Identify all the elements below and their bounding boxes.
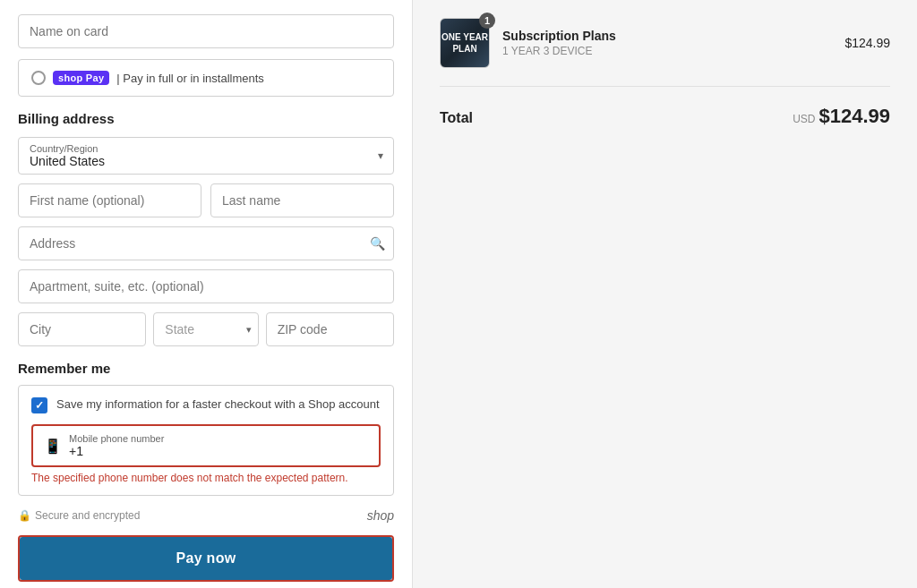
remember-title: Remember me bbox=[18, 361, 394, 376]
right-panel: ONE YEAR PLAN 1 Subscription Plans 1 YEA… bbox=[412, 0, 917, 588]
save-info-checkbox[interactable] bbox=[31, 397, 47, 413]
remember-box: Save my information for a faster checkou… bbox=[18, 385, 394, 496]
billing-address-title: Billing address bbox=[18, 111, 394, 126]
city-input[interactable] bbox=[18, 312, 146, 346]
apt-wrapper bbox=[18, 269, 394, 303]
address-input[interactable] bbox=[18, 226, 394, 260]
product-image-wrapper: ONE YEAR PLAN 1 bbox=[440, 18, 490, 68]
remember-text: Save my information for a faster checkou… bbox=[56, 396, 380, 413]
quantity-badge: 1 bbox=[479, 13, 495, 29]
phone-input-wrapper[interactable]: 📱 Mobile phone number +1 bbox=[31, 424, 381, 467]
shop-pay-text: | Pay in full or in installments bbox=[116, 72, 264, 85]
apt-input[interactable] bbox=[18, 269, 394, 303]
total-row: Total USD $124.99 bbox=[440, 105, 890, 128]
secure-text: 🔒 Secure and encrypted bbox=[18, 509, 140, 522]
remember-section: Remember me Save my information for a fa… bbox=[18, 361, 394, 496]
product-price: $124.99 bbox=[844, 36, 890, 50]
lock-icon: 🔒 bbox=[18, 509, 31, 522]
country-value: United States bbox=[30, 154, 382, 168]
total-currency: USD bbox=[793, 113, 815, 125]
last-name-input[interactable] bbox=[210, 183, 394, 217]
phone-value: +1 bbox=[69, 444, 83, 458]
state-select-wrapper[interactable]: State ▾ bbox=[153, 312, 258, 346]
name-on-card-input[interactable] bbox=[18, 14, 394, 48]
shop-pay-radio[interactable] bbox=[31, 71, 46, 85]
total-price-wrapper: USD $124.99 bbox=[793, 105, 890, 128]
state-select[interactable]: State bbox=[153, 312, 258, 346]
shop-brand-label: shop bbox=[367, 508, 394, 523]
order-item: ONE YEAR PLAN 1 Subscription Plans 1 YEA… bbox=[440, 18, 890, 87]
shop-pay-logo: shop Pay bbox=[53, 71, 109, 85]
secure-row: 🔒 Secure and encrypted shop bbox=[18, 508, 394, 523]
first-name-input[interactable] bbox=[18, 183, 201, 217]
product-info: Subscription Plans 1 YEAR 3 DEVICE bbox=[502, 29, 832, 57]
search-icon: 🔍 bbox=[370, 236, 385, 251]
phone-label: Mobile phone number bbox=[69, 433, 368, 444]
secure-label: Secure and encrypted bbox=[35, 509, 140, 522]
city-state-zip-row: State ▾ bbox=[18, 312, 394, 346]
phone-icon: 📱 bbox=[44, 438, 62, 455]
phone-inner: Mobile phone number +1 bbox=[69, 433, 368, 458]
name-row bbox=[18, 183, 394, 217]
shop-pay-row[interactable]: shop Pay | Pay in full or in installment… bbox=[18, 59, 394, 97]
pay-now-button[interactable]: Pay now bbox=[20, 537, 392, 580]
country-select[interactable]: Country/Region United States bbox=[18, 137, 394, 175]
zip-input[interactable] bbox=[266, 312, 394, 346]
remember-check-row: Save my information for a faster checkou… bbox=[31, 396, 381, 413]
total-label: Total bbox=[440, 110, 473, 126]
country-select-wrapper[interactable]: Country/Region United States ▾ bbox=[18, 137, 394, 175]
country-label: Country/Region bbox=[30, 143, 382, 154]
phone-error: The specified phone number does not matc… bbox=[31, 472, 381, 484]
chevron-down-icon: ▾ bbox=[378, 149, 383, 162]
address-wrapper: 🔍 bbox=[18, 226, 394, 260]
left-panel: shop Pay | Pay in full or in installment… bbox=[0, 0, 412, 588]
pay-button-wrapper: Pay now bbox=[18, 535, 394, 582]
product-sub: 1 YEAR 3 DEVICE bbox=[502, 45, 832, 57]
total-amount: $124.99 bbox=[818, 105, 890, 128]
product-name: Subscription Plans bbox=[502, 29, 832, 43]
